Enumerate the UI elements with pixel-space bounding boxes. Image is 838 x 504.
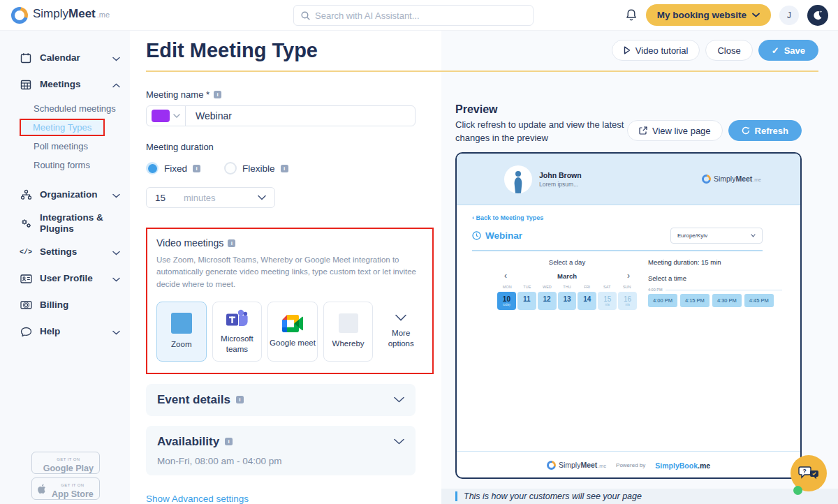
meetings-icon [20,79,32,90]
sidebar-item-organization[interactable]: Organization [0,181,130,208]
sidebar-item-settings[interactable]: </> Settings [0,239,130,265]
meeting-color-picker[interactable] [147,106,186,126]
next-month-button[interactable]: › [627,272,630,280]
video-tutorial-button[interactable]: Video tutorial [612,40,700,61]
close-button[interactable]: Close [705,40,752,61]
my-booking-website-button[interactable]: My booking website [646,4,771,26]
ai-search-box[interactable] [293,5,534,26]
refresh-button[interactable]: Refresh [728,120,802,141]
preview-user-avatar [504,165,532,193]
calendar-day-disabled: 15n/a [598,292,617,310]
calendar-day[interactable]: 11 [517,292,536,310]
notifications-button[interactable] [625,8,638,22]
color-swatch [152,110,170,122]
sidebar-item-routing-forms[interactable]: Routing forms [0,156,130,175]
sidebar-item-calendar[interactable]: Calendar [0,45,130,71]
meeting-duration-label: Meeting duration [146,142,434,152]
video-option-zoom[interactable]: Zoom [156,302,207,362]
preview-brand-logo: SimplyMeet.me [702,175,761,184]
preview-footnote: This is how your customers will see your… [455,491,642,501]
time-slot[interactable]: 4:30 PM [712,294,742,307]
preview-subtitle: Click refresh to update and view the lat… [455,119,626,145]
user-avatar[interactable]: J [779,6,799,25]
availability-panel[interactable]: Availability i Mon-Fri, 08:00 am - 04:00… [146,426,416,475]
duration-select[interactable]: 15 minutes [146,187,275,208]
sidebar-item-label: User Profile [40,273,93,284]
video-option-google-meet[interactable]: Google meet [267,302,318,362]
calendar-month-label: March [507,272,627,280]
sidebar: Calendar Meetings Scheduled meetings Mee… [0,31,130,504]
help-chat-icon [20,327,32,337]
radio-unselected-icon [224,162,237,175]
calendar-day[interactable]: 14 [578,292,596,310]
duration-flexible-radio[interactable]: Flexible i [224,162,288,175]
app-store-badge[interactable]: GET IT ONApp Store [31,477,100,500]
chevron-down-icon [394,396,404,403]
chevron-down-icon [394,438,404,445]
time-slot[interactable]: 4:15 PM [680,294,710,307]
dark-mode-toggle[interactable] [807,5,828,26]
simplymeet-logo-icon [702,175,711,184]
microsoft-teams-icon [226,309,248,328]
show-advanced-settings-link[interactable]: Show Advanced settings [146,494,249,504]
preview-page-header: John Brown Lorem ipsum... SimplyMeet.me [457,154,800,205]
info-icon[interactable]: i [193,165,200,172]
sidebar-item-help[interactable]: Help [0,318,130,345]
info-icon[interactable]: i [228,239,235,247]
calendar-day[interactable]: 12 [538,292,557,310]
sidebar-item-label: Settings [40,246,77,258]
duration-fixed-radio[interactable]: Fixed i [146,162,200,175]
preview-divider [472,250,763,251]
google-play-icon [38,458,38,468]
sidebar-item-integrations-plugins[interactable]: Integrations & Plugins [0,208,122,239]
google-play-badge[interactable]: GET IT ONGoogle Play [31,452,100,474]
save-button[interactable]: ✓ Save [758,40,818,61]
preview-page-body: ‹ Back to Meeting Types Webinar Europe/K… [457,205,800,479]
chevron-down-icon [395,314,406,321]
meetings-submenu: Scheduled meetings Meeting Types Poll me… [0,98,130,181]
title-divider [146,71,818,72]
sidebar-item-billing[interactable]: Billing [0,292,130,318]
view-live-page-button[interactable]: View live page [627,120,723,141]
event-details-panel[interactable]: Event details i [146,384,416,416]
chevron-down-icon [752,13,760,17]
time-slot[interactable]: 4:45 PM [744,294,774,307]
video-option-more[interactable]: More options [378,302,423,362]
sidebar-item-label: Calendar [40,52,80,64]
simplybook-logo: SimplyBook.me [655,461,710,470]
sidebar-item-poll-meetings[interactable]: Poll meetings [0,137,130,156]
sidebar-item-meeting-types[interactable]: Meeting Types [0,118,130,137]
chevron-down-icon [112,188,120,201]
meeting-name-label: Meeting name * i [146,89,434,100]
back-to-meeting-types-link[interactable]: ‹ Back to Meeting Types [472,214,786,221]
online-status-dot [793,486,802,495]
preview-section: Preview Click refresh to update and view… [455,103,802,479]
video-option-whereby[interactable]: Whereby [323,302,374,362]
info-icon[interactable]: i [214,91,221,98]
preview-meeting-title: Webinar [485,230,522,241]
info-icon[interactable]: i [225,438,233,445]
avatar-initial: J [787,10,791,20]
time-axis-line [666,290,782,290]
video-option-microsoft-teams[interactable]: Microsoft teams [212,302,263,362]
search-input[interactable] [315,10,526,21]
sidebar-item-meetings[interactable]: Meetings [0,71,130,98]
sidebar-item-user-profile[interactable]: User Profile [0,265,130,292]
app-logo[interactable]: SimplyMeet.me [11,7,110,24]
chevron-down-icon [258,195,266,200]
calendar-day[interactable]: 10today [497,292,516,310]
time-slot[interactable]: 4:00 PM [648,294,677,307]
info-icon[interactable]: i [236,396,244,403]
google-meet-icon [282,315,303,332]
timezone-select[interactable]: Europe/Kyiv [670,228,763,244]
chevron-down-icon [112,52,120,64]
info-icon[interactable]: i [281,165,288,172]
sidebar-item-label: Billing [40,299,68,311]
chat-bubbles-icon: ? [798,464,819,482]
meeting-name-input[interactable] [186,110,415,121]
meeting-type-form: Meeting name * i Meeting duration Fixed … [146,89,434,504]
simplymeet-logo-icon [547,461,556,470]
calendar-day[interactable]: 13 [558,292,577,310]
sidebar-item-scheduled-meetings[interactable]: Scheduled meetings [0,99,130,118]
id-card-icon [20,274,32,284]
